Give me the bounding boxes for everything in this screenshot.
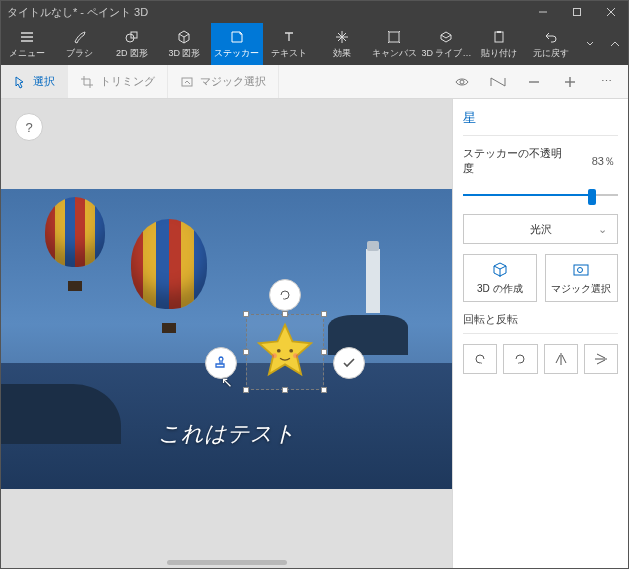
window-title: タイトルなし* - ペイント 3D: [7, 5, 526, 20]
zoom-in-button[interactable]: [560, 75, 580, 89]
effects-button[interactable]: 効果: [315, 23, 367, 65]
text-icon: [281, 29, 297, 45]
zoom-out-button[interactable]: [524, 75, 544, 89]
crop-tool-button[interactable]: トリミング: [68, 65, 168, 98]
balloon-image: [131, 219, 207, 333]
cursor-icon: ↖: [221, 374, 233, 390]
commit-button[interactable]: [333, 347, 365, 379]
minimize-button[interactable]: [526, 1, 560, 23]
finish-dropdown[interactable]: 光沢 ⌄: [463, 214, 618, 244]
svg-rect-6: [389, 32, 399, 42]
selection-toolbar: 選択 トリミング マジック選択 ⋯: [1, 65, 628, 99]
brush-button[interactable]: ブラシ: [53, 23, 105, 65]
rotate-cw-button[interactable]: [503, 344, 537, 374]
resize-handle[interactable]: [282, 311, 288, 317]
canvas-text[interactable]: これはテスト: [158, 419, 296, 449]
properties-panel: 星 ステッカーの不透明度 83％ 光沢 ⌄ 3D の作成 マジック選択: [452, 99, 628, 568]
more-dropdown-button[interactable]: [577, 23, 602, 65]
star-sticker[interactable]: [253, 321, 317, 383]
text-button[interactable]: テキスト: [263, 23, 315, 65]
brush-icon: [72, 29, 88, 45]
select-tool-button[interactable]: 選択: [1, 65, 68, 98]
canvas-area[interactable]: ?: [1, 99, 452, 568]
opacity-slider[interactable]: [463, 186, 618, 204]
crop-icon: [80, 75, 94, 89]
resize-handle[interactable]: [282, 387, 288, 393]
sparkle-icon: [334, 29, 350, 45]
rotate-section-label: 回転と反転: [463, 312, 618, 334]
library-icon: [438, 29, 454, 45]
stickers-button[interactable]: ステッカー: [211, 23, 263, 65]
close-button[interactable]: [594, 1, 628, 23]
flip-horizontal-button[interactable]: [544, 344, 578, 374]
library-3d-button[interactable]: 3D ライブ…: [420, 23, 472, 65]
help-button[interactable]: ?: [15, 113, 43, 141]
svg-point-14: [277, 349, 281, 353]
sticker-icon: [229, 29, 245, 45]
shapes-2d-button[interactable]: 2D 図形: [106, 23, 158, 65]
selection-box[interactable]: [246, 314, 324, 390]
opacity-label: ステッカーの不透明度: [463, 146, 572, 176]
resize-handle[interactable]: [321, 387, 327, 393]
canvas-icon: [386, 29, 402, 45]
panel-title: 星: [463, 107, 618, 136]
shapes-3d-button[interactable]: 3D 図形: [158, 23, 210, 65]
balloon-image: [45, 197, 105, 291]
view-3d-button[interactable]: [452, 75, 472, 89]
resize-handle[interactable]: [321, 311, 327, 317]
svg-point-15: [289, 349, 293, 353]
magic-select-icon: [572, 261, 590, 279]
paste-button[interactable]: 貼り付け: [473, 23, 525, 65]
resize-handle[interactable]: [321, 349, 327, 355]
svg-rect-9: [182, 78, 192, 86]
undo-button[interactable]: 元に戻す: [525, 23, 577, 65]
collapse-ribbon-button[interactable]: [603, 23, 628, 65]
titlebar: タイトルなし* - ペイント 3D: [1, 1, 628, 23]
rotate-z-handle[interactable]: [269, 279, 301, 311]
pointer-icon: [13, 75, 27, 89]
svg-point-16: [272, 353, 277, 358]
shapes-2d-icon: [124, 29, 140, 45]
magic-select-icon: [180, 75, 194, 89]
svg-point-19: [578, 267, 583, 272]
magic-select-button[interactable]: マジック選択: [168, 65, 279, 98]
undo-icon: [543, 29, 559, 45]
magic-select-panel-button[interactable]: マジック選択: [545, 254, 619, 302]
cube-icon: [176, 29, 192, 45]
resize-handle[interactable]: [243, 311, 249, 317]
horizontal-scrollbar[interactable]: [1, 556, 452, 568]
chevron-down-icon: ⌄: [598, 223, 607, 236]
cube-icon: [491, 261, 509, 279]
canvas-button[interactable]: キャンバス: [368, 23, 420, 65]
resize-handle[interactable]: [243, 387, 249, 393]
mixed-reality-button[interactable]: [488, 76, 508, 88]
hamburger-icon: [19, 29, 35, 45]
svg-rect-1: [574, 9, 581, 16]
maximize-button[interactable]: [560, 1, 594, 23]
opacity-value[interactable]: 83％: [572, 152, 618, 171]
flip-vertical-button[interactable]: [584, 344, 618, 374]
main-toolbar: メニュー ブラシ 2D 図形 3D 図形 ステッカー テキスト 効果 キャンバ: [1, 23, 628, 65]
rotate-ccw-button[interactable]: [463, 344, 497, 374]
svg-point-10: [460, 80, 464, 84]
svg-rect-7: [495, 32, 503, 42]
svg-rect-18: [574, 265, 588, 275]
menu-button[interactable]: メニュー: [1, 23, 53, 65]
svg-point-17: [293, 353, 298, 358]
svg-rect-8: [497, 31, 501, 33]
resize-handle[interactable]: [243, 349, 249, 355]
make-3d-button[interactable]: 3D の作成: [463, 254, 537, 302]
more-options-button[interactable]: ⋯: [596, 75, 616, 88]
clipboard-icon: [491, 29, 507, 45]
